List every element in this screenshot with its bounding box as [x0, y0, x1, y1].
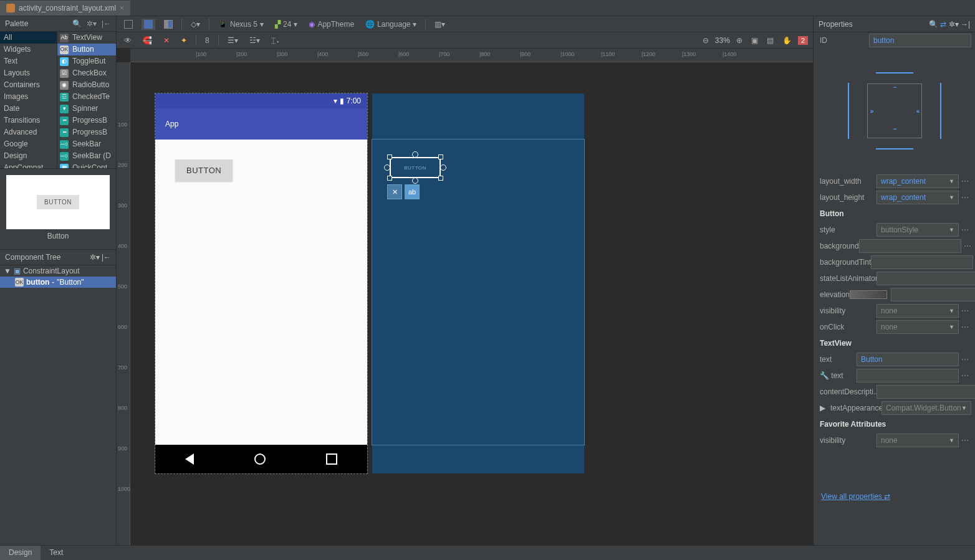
prop-backgroundtint-input[interactable]: [871, 255, 973, 269]
more-icon[interactable]: ⋯: [959, 355, 971, 364]
design-view-icon[interactable]: [122, 19, 135, 30]
palette-widget-progressb[interactable]: ━ProgressB: [57, 115, 116, 126]
resize-handle-ne[interactable]: [438, 154, 443, 159]
more-icon[interactable]: ⋯: [959, 371, 971, 380]
prop-text-tools-input[interactable]: [857, 369, 959, 382]
magnet-icon[interactable]: 🧲: [140, 35, 155, 46]
prop-id-input[interactable]: [869, 34, 971, 47]
gear-icon[interactable]: ✲▾: [90, 253, 100, 262]
infer-constraints-icon[interactable]: ✦: [178, 35, 190, 46]
swap-icon[interactable]: ⇄: [940, 20, 946, 29]
constraint-anchor-top[interactable]: [412, 151, 418, 158]
tree-expand-icon[interactable]: ▼: [4, 267, 11, 275]
tab-text[interactable]: Text: [41, 546, 72, 560]
palette-category-design[interactable]: Design: [0, 150, 57, 162]
resize-handle-se[interactable]: [438, 176, 443, 181]
language-selector[interactable]: 🌐Language▾: [363, 19, 419, 30]
collapse-icon[interactable]: |←: [102, 19, 111, 28]
api-selector[interactable]: ▞24▾: [272, 19, 300, 30]
gear-icon[interactable]: ✲▾: [949, 20, 959, 29]
more-icon[interactable]: ⋯: [959, 323, 971, 331]
close-tab-icon[interactable]: ×: [120, 4, 124, 12]
view-all-properties-link[interactable]: View all properties ⇄: [817, 486, 971, 507]
pack-icon[interactable]: ☰▾: [225, 35, 241, 46]
palette-category-date[interactable]: Date: [0, 103, 57, 115]
resize-handle-nw[interactable]: [387, 154, 392, 159]
prop-style-select[interactable]: buttonStyle▼: [877, 223, 959, 237]
palette-category-text[interactable]: Text: [0, 55, 57, 67]
blueprint-view-icon[interactable]: [142, 19, 155, 30]
pan-icon[interactable]: ✋: [780, 35, 794, 46]
palette-widget-seekbar (d[interactable]: ─○SeekBar (D: [57, 150, 116, 162]
device-selector[interactable]: 📱Nexus 5▾: [216, 19, 266, 30]
align-icon[interactable]: ☳▾: [247, 35, 262, 46]
clear-constraints-icon[interactable]: ✕: [161, 35, 172, 46]
default-margin[interactable]: 8: [203, 35, 212, 46]
palette-category-advanced[interactable]: Advanced: [0, 126, 57, 138]
more-icon[interactable]: ⋯: [959, 193, 971, 202]
more-icon[interactable]: ⋯: [961, 242, 974, 250]
device-button-widget[interactable]: BUTTON: [175, 159, 233, 181]
palette-widget-quickcont[interactable]: ▦QuickCont: [57, 162, 116, 168]
device-preview[interactable]: ▾ ▮ 7:00 App BUTTON: [155, 93, 367, 473]
resize-handle-sw[interactable]: [387, 176, 392, 181]
guideline-icon[interactable]: ⌶▾: [269, 35, 282, 46]
palette-widget-radiobutto[interactable]: ◉RadioButto: [57, 79, 116, 91]
palette-category-google[interactable]: Google: [0, 138, 57, 150]
file-tab[interactable]: activity_constraint_layout.xml ×: [0, 1, 130, 16]
prop-elevation-input[interactable]: [891, 288, 975, 301]
palette-widget-progressb[interactable]: ━ProgressB: [57, 126, 116, 138]
design-canvas[interactable]: ▾ ▮ 7:00 App BUTTON: [130, 62, 813, 546]
constraint-anchor-right[interactable]: [440, 164, 446, 171]
orientation-icon[interactable]: ◇▾: [188, 19, 203, 30]
tree-child-button[interactable]: OK button - "Button": [0, 277, 116, 288]
palette-category-containers[interactable]: Containers: [0, 79, 57, 91]
constraint-inspector[interactable]: ˇˇˇ ˆˆˆ ››› ‹‹‹: [817, 49, 971, 173]
zoom-out-icon[interactable]: ⊖: [700, 35, 711, 46]
palette-widget-checkbox[interactable]: ☑CheckBox: [57, 67, 116, 79]
prop-text-input[interactable]: [857, 353, 959, 366]
palette-widget-textview[interactable]: AbTextView: [57, 32, 116, 44]
prop-layout-height-select[interactable]: wrap_content▼: [877, 191, 959, 204]
blueprint-button-selected[interactable]: BUTTON: [387, 154, 443, 181]
prop-contentdesc-input[interactable]: [877, 385, 975, 399]
palette-category-appcompat[interactable]: AppCompat: [0, 162, 57, 168]
more-icon[interactable]: ⋯: [959, 436, 971, 445]
more-icon[interactable]: ⋯: [959, 225, 971, 234]
palette-category-transitions[interactable]: Transitions: [0, 115, 57, 126]
palette-category-all[interactable]: All: [0, 32, 57, 44]
prop-background-input[interactable]: [859, 239, 961, 253]
prop-visibility-select[interactable]: none▼: [877, 304, 959, 318]
prop-onclick-select[interactable]: none▼: [877, 320, 959, 334]
eye-icon[interactable]: 👁: [122, 35, 134, 46]
palette-widget-button[interactable]: OKButton: [57, 44, 116, 55]
tree-root[interactable]: ▼ ▣ ConstraintLayout: [0, 265, 116, 277]
blueprint-delete-constraints-icon[interactable]: ✕: [387, 184, 402, 199]
elevation-slider[interactable]: [850, 290, 887, 299]
more-icon[interactable]: ⋯: [959, 306, 971, 315]
zoom-in-icon[interactable]: ⊕: [734, 35, 745, 46]
search-icon[interactable]: 🔍: [72, 19, 82, 28]
blueprint-preview[interactable]: BUTTON ✕ ab: [372, 93, 584, 473]
palette-widget-seekbar[interactable]: ─○SeekBar: [57, 138, 116, 150]
prop-statelist-input[interactable]: [877, 272, 975, 285]
palette-widget-checkedte[interactable]: ☲CheckedTe: [57, 91, 116, 103]
collapse-icon[interactable]: |←: [102, 253, 111, 262]
palette-category-widgets[interactable]: Widgets: [0, 44, 57, 55]
tab-design[interactable]: Design: [0, 546, 41, 560]
layout-variants-icon[interactable]: ▥▾: [432, 19, 448, 30]
palette-widget-spinner[interactable]: ▾Spinner: [57, 103, 116, 115]
warnings-badge[interactable]: 2: [798, 36, 808, 45]
palette-widget-togglebut[interactable]: ◐ToggleBut: [57, 55, 116, 67]
palette-category-layouts[interactable]: Layouts: [0, 67, 57, 79]
search-icon[interactable]: 🔍: [929, 20, 938, 29]
palette-category-images[interactable]: Images: [0, 91, 57, 103]
theme-selector[interactable]: ◉AppTheme: [306, 19, 357, 30]
zoom-fit-icon[interactable]: ▣: [749, 35, 761, 46]
constraint-anchor-bottom[interactable]: [412, 178, 418, 184]
blueprint-baseline-icon[interactable]: ab: [405, 184, 420, 199]
prop-textappearance-select[interactable]: Compat.Widget.Button▼: [881, 401, 971, 415]
more-icon[interactable]: ⋯: [959, 177, 971, 186]
expand-icon[interactable]: ▶: [817, 404, 828, 412]
gear-icon[interactable]: ✲▾: [87, 19, 97, 28]
